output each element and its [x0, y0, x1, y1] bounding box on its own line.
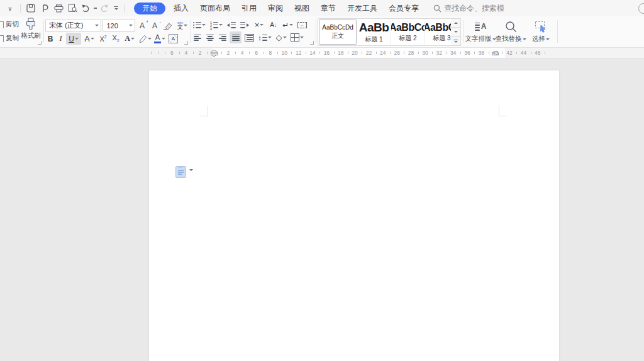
align-center-button[interactable] [204, 31, 215, 43]
copy-button[interactable]: 复制 [0, 34, 19, 43]
tab-insert[interactable]: 插入 [169, 0, 193, 16]
distribute-button[interactable] [243, 31, 255, 43]
collapse-toolbar-chevron[interactable]: ∨ [4, 2, 16, 14]
decrease-indent-button[interactable] [226, 19, 237, 31]
bullet-list-icon [193, 22, 194, 28]
dialog-launcher[interactable] [184, 41, 188, 45]
undo-icon[interactable] [80, 2, 92, 14]
font-family-select[interactable]: 宋体 (正文) [45, 19, 101, 32]
ruler-tick [277, 52, 278, 54]
subscript-button[interactable]: X2 [110, 33, 121, 45]
sort-button[interactable]: A ↓ [268, 19, 279, 31]
ruler-tick [193, 52, 194, 54]
bullet-list-button[interactable] [192, 19, 207, 31]
pinyin-icon: wén文 [177, 21, 183, 30]
group-divider [190, 20, 191, 43]
margin-corner-right [499, 106, 507, 116]
borders-button[interactable] [290, 31, 304, 43]
underline-button[interactable]: U [66, 33, 81, 45]
ruler-number: 2 [199, 50, 202, 56]
ruler-number: 42 [506, 50, 512, 56]
increase-indent-button[interactable] [239, 19, 250, 31]
redo-icon[interactable] [97, 2, 110, 14]
ruler-number: 20 [352, 50, 357, 56]
style-heading1[interactable]: AaBb 标题 1 [357, 19, 391, 45]
italic-button[interactable]: I [57, 33, 65, 45]
tab-page-layout[interactable]: 页面布局 [196, 0, 235, 16]
tab-dev-tools[interactable]: 开发工具 [343, 0, 382, 16]
line-spacing-button[interactable]: ↕ [257, 31, 272, 43]
print-preview-icon[interactable] [66, 2, 79, 14]
align-right-button[interactable] [217, 31, 228, 43]
format-painter-icon [25, 18, 37, 31]
style-normal[interactable]: AaBbCcDd 正文 [319, 19, 357, 45]
ruler-number: 46 [535, 50, 540, 56]
asian-layout-button[interactable]: × [252, 19, 266, 31]
clear-format-button[interactable] [162, 19, 174, 31]
font-color-button[interactable]: A [153, 33, 167, 45]
text-effects-button[interactable]: A [123, 33, 136, 45]
text-layout-button[interactable]: A 文字排版 [465, 16, 496, 47]
styles-scroll-down[interactable] [451, 28, 460, 36]
highlight-pen-icon [138, 35, 147, 43]
char-width-button[interactable]: ↔ [296, 19, 308, 31]
select-button[interactable]: 选择 [526, 16, 556, 47]
styles-more-button[interactable] [451, 37, 460, 45]
highlight-button[interactable] [138, 33, 152, 45]
undo-dropdown[interactable] [94, 8, 97, 9]
tab-references[interactable]: 引用 [237, 0, 261, 16]
ruler-number: 36 [464, 50, 470, 56]
dialog-launcher[interactable] [38, 41, 42, 45]
align-left-button[interactable] [192, 31, 203, 43]
show-marks-button[interactable]: ↵ [281, 19, 294, 31]
superscript-button[interactable]: X2 [97, 33, 109, 45]
tab-home[interactable]: 开始 [134, 3, 165, 14]
ruler-tick [334, 52, 335, 54]
strikethrough-button[interactable]: A [82, 33, 96, 45]
outdent-icon [227, 23, 230, 27]
grow-font-button[interactable]: A+ [136, 19, 148, 31]
char-shading-button[interactable]: A [168, 33, 179, 45]
customize-toolbar-icon[interactable] [111, 2, 120, 14]
style-heading2[interactable]: AaBbCc 标题 2 [391, 19, 425, 45]
paste-options-dropdown[interactable] [189, 169, 193, 171]
font-size-select[interactable]: 120 [103, 19, 135, 32]
bold-button[interactable]: B [45, 33, 55, 45]
horizontal-ruler[interactable]: 6422468101214161820222426283032343638404… [0, 48, 644, 59]
cut-button[interactable]: 剪切 [0, 20, 19, 29]
ruler-tick [474, 52, 475, 54]
justify-button[interactable] [230, 31, 242, 43]
quick-access-toolbar: ∨ [0, 0, 128, 16]
tab-view[interactable]: 视图 [290, 0, 314, 16]
pinyin-tool-button[interactable]: wén文 [175, 19, 190, 31]
paste-options-button[interactable] [175, 166, 193, 178]
styles-scroll-up[interactable] [451, 19, 460, 28]
print-icon[interactable] [52, 2, 65, 14]
command-search-input[interactable]: 查找命令、搜索模板 [433, 3, 504, 14]
document-page[interactable] [149, 70, 559, 361]
style-heading3[interactable]: AaBbCc 标题 3 [425, 19, 452, 45]
numbered-list-button[interactable]: 123 [209, 19, 224, 31]
tab-section[interactable]: 章节 [316, 0, 340, 16]
tab-member[interactable]: 会员专享 [384, 0, 423, 16]
ruler-tick [460, 52, 461, 54]
shading-button[interactable]: ◇ [274, 31, 288, 43]
ruler-number: 28 [408, 50, 414, 56]
save-icon[interactable] [25, 2, 37, 14]
ruler-number: 44 [521, 50, 526, 56]
title-bar: ∨ 开始 插入 [0, 0, 644, 16]
group-divider [463, 20, 464, 43]
ruler-number: 18 [338, 50, 343, 56]
ruler-number: 6 [255, 50, 258, 56]
left-indent-marker[interactable] [211, 47, 218, 58]
export-pdf-icon[interactable] [38, 2, 51, 14]
ribbon-tabs: 开始 插入 页面布局 引用 审阅 视图 章节 开发工具 会员专享 [130, 0, 425, 16]
find-replace-button[interactable]: 查找替换 [496, 16, 526, 47]
dialog-launcher[interactable] [310, 41, 314, 45]
shrink-font-button[interactable]: A- [149, 19, 160, 31]
account-icon[interactable] [638, 3, 644, 14]
copy-icon [0, 35, 4, 42]
tab-review[interactable]: 审阅 [264, 0, 287, 16]
margin-corner-left [200, 106, 208, 116]
format-painter-button[interactable]: 格式刷 [20, 18, 42, 40]
